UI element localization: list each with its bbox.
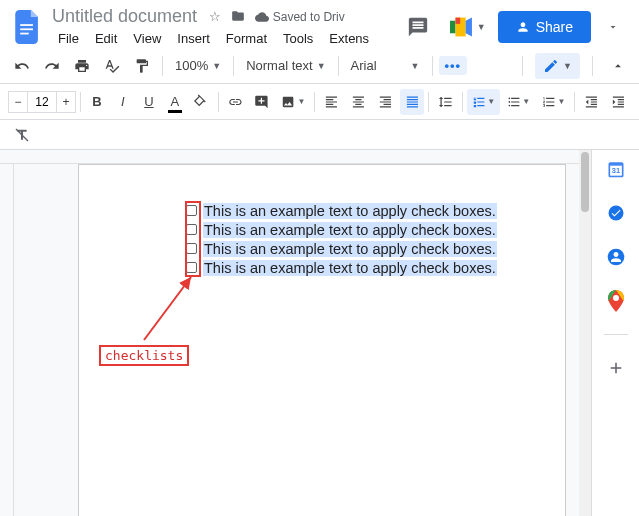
spellcheck-button[interactable] bbox=[98, 53, 126, 79]
annotation-label: checklists bbox=[99, 345, 189, 366]
editing-mode-button[interactable]: ▼ bbox=[535, 53, 580, 79]
document-canvas[interactable]: This is an example text to apply check b… bbox=[0, 150, 591, 516]
insert-image-button[interactable]: ▼ bbox=[276, 89, 310, 115]
menu-format[interactable]: Format bbox=[220, 29, 273, 48]
calendar-addon-icon[interactable]: 31 bbox=[605, 158, 627, 180]
save-status: Saved to Driv bbox=[255, 9, 345, 24]
undo-button[interactable] bbox=[8, 53, 36, 79]
keep-addon-icon[interactable] bbox=[605, 202, 627, 224]
checklist-text[interactable]: This is an example text to apply check b… bbox=[203, 260, 497, 276]
italic-button[interactable]: I bbox=[111, 89, 135, 115]
increase-indent-button[interactable] bbox=[606, 89, 631, 115]
decrease-font-button[interactable]: − bbox=[8, 91, 28, 113]
menu-extensions[interactable]: Extens bbox=[323, 29, 375, 48]
checklist-item[interactable]: This is an example text to apply check b… bbox=[185, 239, 497, 258]
font-dropdown[interactable]: Arial▼ bbox=[345, 56, 426, 75]
toolbar-tertiary bbox=[0, 120, 639, 150]
numbered-list-button[interactable]: ▼ bbox=[537, 89, 570, 115]
svg-line-7 bbox=[144, 277, 191, 340]
svg-rect-0 bbox=[20, 24, 33, 26]
underline-button[interactable]: U bbox=[137, 89, 161, 115]
contacts-addon-icon[interactable] bbox=[605, 246, 627, 268]
align-center-button[interactable] bbox=[346, 89, 371, 115]
checklist-item[interactable]: This is an example text to apply check b… bbox=[185, 201, 497, 220]
line-spacing-button[interactable] bbox=[433, 89, 458, 115]
menu-view[interactable]: View bbox=[127, 29, 167, 48]
docs-logo[interactable] bbox=[8, 7, 48, 47]
svg-rect-3 bbox=[450, 21, 455, 34]
checklist-item[interactable]: This is an example text to apply check b… bbox=[185, 258, 497, 277]
bulleted-list-button[interactable]: ▼ bbox=[502, 89, 535, 115]
paint-format-button[interactable] bbox=[128, 53, 156, 79]
increase-font-button[interactable]: + bbox=[56, 91, 76, 113]
redo-button[interactable] bbox=[38, 53, 66, 79]
menu-file[interactable]: File bbox=[52, 29, 85, 48]
zoom-dropdown[interactable]: 100%▼ bbox=[169, 56, 227, 75]
svg-rect-1 bbox=[20, 28, 33, 30]
svg-text:31: 31 bbox=[611, 166, 619, 175]
collapse-toolbar-button[interactable] bbox=[605, 53, 631, 79]
bold-button[interactable]: B bbox=[85, 89, 109, 115]
annotation-arrow bbox=[139, 265, 199, 345]
comments-button[interactable] bbox=[398, 7, 438, 47]
annotation-box-checkboxes bbox=[185, 201, 201, 277]
svg-point-13 bbox=[613, 295, 619, 301]
move-icon[interactable] bbox=[231, 9, 245, 24]
checklist-button[interactable]: ▼ bbox=[467, 89, 500, 115]
account-menu[interactable] bbox=[603, 17, 623, 37]
checklist-text[interactable]: This is an example text to apply check b… bbox=[203, 203, 497, 219]
align-right-button[interactable] bbox=[373, 89, 398, 115]
align-left-button[interactable] bbox=[319, 89, 344, 115]
maps-addon-icon[interactable] bbox=[605, 290, 627, 312]
document-page[interactable]: This is an example text to apply check b… bbox=[78, 164, 566, 516]
menu-insert[interactable]: Insert bbox=[171, 29, 216, 48]
svg-rect-5 bbox=[455, 18, 460, 24]
vertical-scrollbar[interactable] bbox=[579, 150, 591, 516]
vertical-ruler[interactable] bbox=[0, 164, 14, 516]
horizontal-ruler[interactable] bbox=[0, 150, 591, 164]
highlight-button[interactable] bbox=[189, 89, 214, 115]
svg-point-11 bbox=[608, 206, 623, 221]
align-justify-button[interactable] bbox=[400, 89, 425, 115]
add-comment-button[interactable] bbox=[249, 89, 274, 115]
checklist-text[interactable]: This is an example text to apply check b… bbox=[203, 222, 497, 238]
add-addon-button[interactable] bbox=[605, 357, 627, 379]
more-toolbar-button[interactable]: ••• bbox=[439, 56, 468, 75]
star-icon[interactable]: ☆ bbox=[209, 9, 221, 24]
toolbar-primary: 100%▼ Normal text▼ Arial▼ ••• ▼ bbox=[0, 48, 639, 84]
checklist-text[interactable]: This is an example text to apply check b… bbox=[203, 241, 497, 257]
side-separator bbox=[604, 334, 628, 335]
menu-edit[interactable]: Edit bbox=[89, 29, 123, 48]
print-button[interactable] bbox=[68, 53, 96, 79]
clear-formatting-button[interactable] bbox=[8, 125, 36, 145]
insert-link-button[interactable] bbox=[223, 89, 248, 115]
checklist-item[interactable]: This is an example text to apply check b… bbox=[185, 220, 497, 239]
decrease-indent-button[interactable] bbox=[579, 89, 604, 115]
menu-tools[interactable]: Tools bbox=[277, 29, 319, 48]
text-color-button[interactable]: A bbox=[163, 89, 187, 115]
side-panel: 31 bbox=[591, 150, 639, 516]
styles-dropdown[interactable]: Normal text▼ bbox=[240, 56, 331, 75]
font-size-input[interactable] bbox=[28, 91, 56, 113]
toolbar-secondary: − + B I U A ▼ ▼ ▼ ▼ bbox=[0, 84, 639, 120]
meet-button[interactable]: ▼ bbox=[450, 9, 486, 45]
share-button[interactable]: Share bbox=[498, 11, 591, 43]
document-title[interactable]: Untitled document bbox=[52, 6, 197, 27]
svg-rect-2 bbox=[20, 33, 28, 35]
menu-bar: File Edit View Insert Format Tools Exten… bbox=[52, 29, 398, 48]
